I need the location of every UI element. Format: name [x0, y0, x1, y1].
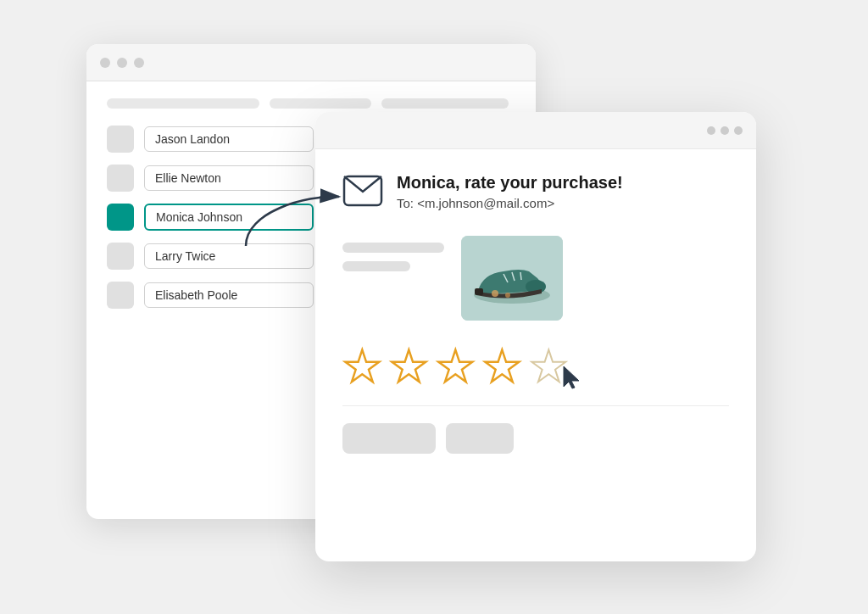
- avatar-active: [107, 204, 134, 231]
- name-field-ellie[interactable]: Ellie Newton: [144, 165, 314, 191]
- avatar: [107, 165, 134, 192]
- mail-icon: [342, 175, 383, 215]
- card-titlebar: [315, 112, 756, 149]
- traffic-dot-3: [134, 58, 144, 68]
- email-header-text: Monica, rate your purchase! To: <m.johns…: [397, 173, 623, 210]
- window-titlebar: [86, 44, 536, 81]
- card-content: Monica, rate your purchase! To: <m.johns…: [315, 149, 756, 477]
- skeleton-bar-3: [381, 98, 509, 109]
- name-field-monica[interactable]: Monica Johnson: [144, 204, 314, 231]
- bottom-btn-primary[interactable]: [342, 423, 436, 454]
- name-field-jason[interactable]: Jason Landon: [144, 126, 314, 152]
- scene: Jason Landon Ellie Newton Monica Johnson…: [86, 44, 782, 570]
- svg-point-10: [505, 293, 510, 298]
- star-3[interactable]: ★: [436, 344, 476, 388]
- email-header: Monica, rate your purchase! To: <m.johns…: [342, 173, 729, 215]
- product-text-lines: [342, 236, 444, 271]
- product-image: [461, 236, 563, 321]
- stars-row[interactable]: ★ ★ ★ ★ ★: [342, 344, 729, 388]
- name-field-larry[interactable]: Larry Twice: [144, 243, 314, 269]
- front-card: Monica, rate your purchase! To: <m.johns…: [315, 112, 756, 561]
- svg-rect-5: [475, 288, 483, 295]
- card-dot-3: [734, 126, 743, 135]
- top-skeleton: [107, 98, 515, 109]
- card-dot-1: [707, 126, 715, 135]
- product-section: [342, 236, 729, 321]
- divider: [342, 405, 729, 406]
- svg-point-9: [492, 290, 498, 297]
- traffic-dot-1: [100, 58, 110, 68]
- svg-marker-11: [564, 366, 579, 388]
- skeleton-bar-2: [270, 98, 371, 109]
- name-field-elisabeth[interactable]: Elisabeth Poole: [144, 282, 314, 308]
- svg-line-8: [520, 272, 521, 280]
- avatar: [107, 243, 134, 270]
- traffic-dot-2: [117, 58, 127, 68]
- cursor-icon: [560, 365, 584, 392]
- star-1[interactable]: ★: [342, 344, 382, 388]
- cursor-container: [560, 365, 584, 392]
- star-2[interactable]: ★: [389, 344, 429, 388]
- card-dot-2: [721, 126, 729, 135]
- avatar: [107, 282, 134, 309]
- bottom-btn-secondary[interactable]: [446, 423, 514, 454]
- email-subject: Monica, rate your purchase!: [397, 173, 623, 193]
- email-to: To: <m.johnson@mail.com>: [397, 196, 623, 210]
- skeleton-bar-1: [107, 98, 259, 109]
- avatar: [107, 126, 134, 153]
- card-titlebar-dots: [707, 126, 743, 135]
- star-4[interactable]: ★: [482, 344, 522, 388]
- product-line-1: [342, 243, 444, 253]
- product-line-2: [342, 261, 410, 271]
- shoe-svg: [461, 236, 563, 321]
- bottom-buttons: [342, 423, 729, 454]
